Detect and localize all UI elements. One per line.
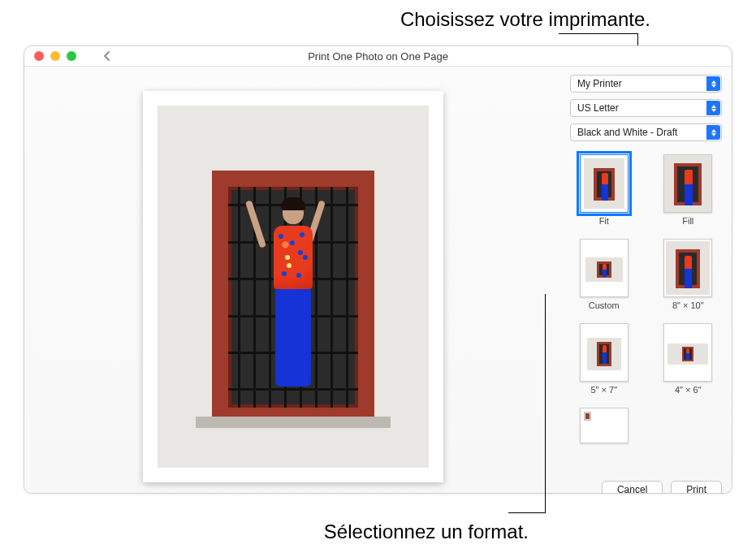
callout-line [508, 512, 545, 513]
format-option-contact-sheet[interactable] [573, 408, 635, 447]
format-option-fit[interactable]: Fit [573, 154, 635, 226]
quality-select[interactable]: Black and White - Draft [570, 123, 722, 141]
print-dialog-window: Print One Photo on One Page [24, 45, 732, 494]
format-option-5x7[interactable]: 5" × 7" [573, 323, 635, 395]
format-thumb [580, 323, 629, 382]
callout-choose-printer: Choisissez votre imprimante. [400, 8, 650, 31]
format-option-4x6[interactable]: 4" × 6" [658, 323, 719, 395]
content-area: My Printer US Letter Black and White - D… [24, 66, 732, 494]
dropdown-arrows-icon [706, 76, 720, 91]
format-thumb [580, 408, 629, 443]
format-option-custom[interactable]: Custom [573, 239, 635, 310]
format-label: 4" × 6" [675, 385, 702, 395]
photo-preview [158, 106, 429, 468]
chevron-left-icon [103, 50, 111, 62]
paper-value: US Letter [577, 102, 619, 114]
format-thumb [663, 154, 712, 213]
dropdown-arrows-icon [706, 125, 720, 140]
format-thumb [663, 239, 712, 297]
format-option-8x10[interactable]: 8" × 10" [658, 239, 719, 310]
format-option-fill[interactable]: Fill [658, 154, 719, 226]
format-label: Custom [589, 300, 620, 310]
print-options-sidebar: My Printer US Letter Black and White - D… [562, 67, 732, 494]
preview-area [24, 67, 562, 494]
back-button[interactable] [97, 46, 117, 66]
page-preview [143, 91, 443, 482]
format-thumb [580, 154, 629, 213]
dropdown-arrows-icon [706, 101, 720, 115]
printer-value: My Printer [577, 78, 622, 89]
callout-select-format: Sélectionnez un format. [324, 521, 529, 543]
print-button[interactable]: Print [671, 481, 722, 494]
traffic-lights [34, 51, 76, 61]
minimize-button[interactable] [50, 51, 60, 61]
window-title: Print One Photo on One Page [308, 50, 448, 63]
printer-select[interactable]: My Printer [570, 75, 722, 93]
format-grid: Fit Fill [570, 148, 722, 469]
close-button[interactable] [34, 51, 44, 61]
format-thumb [580, 239, 629, 297]
cancel-button[interactable]: Cancel [602, 481, 663, 494]
dialog-footer: Cancel Print [570, 476, 722, 494]
format-label: Fit [599, 216, 609, 226]
maximize-button[interactable] [67, 51, 76, 61]
format-label: Fill [682, 216, 693, 226]
callout-line [559, 33, 638, 34]
titlebar: Print One Photo on One Page [24, 46, 732, 66]
format-thumb [663, 323, 712, 382]
callout-line [545, 294, 546, 513]
format-label: 5" × 7" [590, 385, 617, 395]
format-label: 8" × 10" [672, 300, 704, 310]
paper-size-select[interactable]: US Letter [570, 99, 722, 117]
quality-value: Black and White - Draft [577, 127, 677, 138]
